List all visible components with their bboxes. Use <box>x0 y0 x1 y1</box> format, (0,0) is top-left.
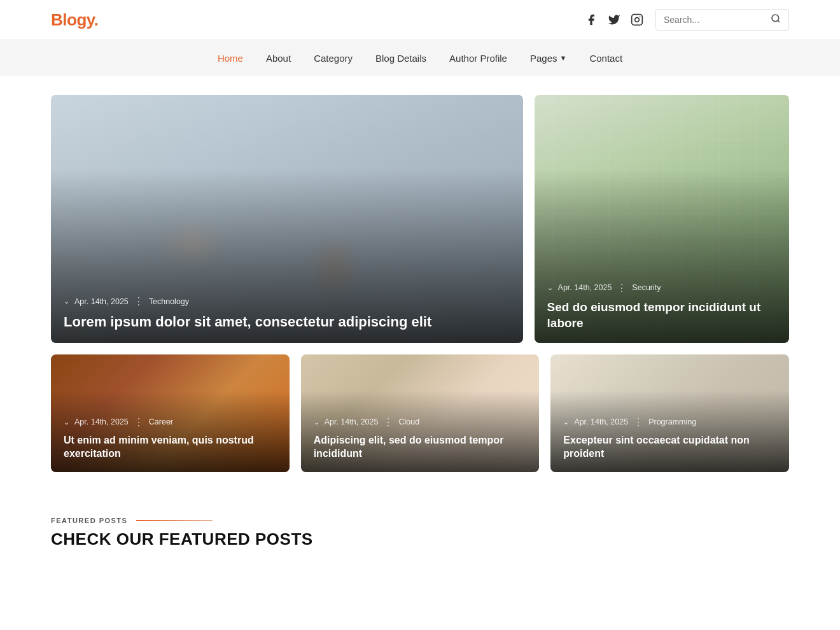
card-bottom-1-meta: ⌄ Apr. 14th, 2025 ⋮ Career <box>64 416 277 428</box>
navbar: Home About Category Blog Details Author … <box>0 40 840 76</box>
card-bottom-3-title: Excepteur sint occaecat cupidatat non pr… <box>563 433 776 461</box>
svg-point-2 <box>640 17 641 18</box>
chevron-down-icon: ⌄ <box>314 418 319 426</box>
dot-icon: ⋮ <box>633 416 643 428</box>
card-bottom-3-date: Apr. 14th, 2025 <box>574 417 628 426</box>
card-bottom-1-category: Career <box>149 417 173 426</box>
card-bottom-2-title: Adipiscing elit, sed do eiusmod tempor i… <box>314 433 527 461</box>
card-top-right[interactable]: ⌄ Apr. 14th, 2025 ⋮ Security Sed do eius… <box>535 95 789 343</box>
facebook-icon[interactable] <box>584 13 598 27</box>
svg-rect-0 <box>632 15 643 25</box>
header: Blogy. <box>0 0 840 40</box>
search-icon[interactable] <box>771 13 781 26</box>
card-large[interactable]: ⌄ Apr. 14th, 2025 ⋮ Technology Lorem ips… <box>51 95 523 343</box>
instagram-icon[interactable] <box>630 13 644 27</box>
main-content: ⌄ Apr. 14th, 2025 ⋮ Technology Lorem ips… <box>0 76 840 498</box>
nav-item-about[interactable]: About <box>266 50 291 66</box>
featured-label: FEATURED POSTS <box>51 517 789 524</box>
logo-dot: . <box>94 10 99 29</box>
chevron-down-icon: ⌄ <box>64 418 69 426</box>
logo[interactable]: Blogy. <box>51 10 99 30</box>
dot-icon: ⋮ <box>617 282 627 294</box>
svg-point-1 <box>635 18 640 22</box>
featured-section: FEATURED POSTS CHECK OUR FEATURED POSTS <box>0 498 840 562</box>
card-top-right-meta: ⌄ Apr. 14th, 2025 ⋮ Security <box>547 282 776 294</box>
card-bottom-1-overlay: ⌄ Apr. 14th, 2025 ⋮ Career Ut enim ad mi… <box>51 405 290 472</box>
card-bottom-2-date: Apr. 14th, 2025 <box>325 417 379 426</box>
card-large-meta: ⌄ Apr. 14th, 2025 ⋮ Technology <box>64 295 510 307</box>
card-bottom-1-title: Ut enim ad minim veniam, quis nostrud ex… <box>64 433 277 461</box>
card-bottom-2-category: Cloud <box>398 417 419 426</box>
card-large-date: Apr. 14th, 2025 <box>74 297 129 306</box>
card-bottom-1-date: Apr. 14th, 2025 <box>74 417 129 426</box>
card-bottom-2-meta: ⌄ Apr. 14th, 2025 ⋮ Cloud <box>314 416 527 428</box>
nav-item-contact[interactable]: Contact <box>589 50 622 66</box>
search-box <box>655 9 789 31</box>
nav-item-home[interactable]: Home <box>218 50 243 66</box>
card-large-title: Lorem ipsum dolor sit amet, consectetur … <box>64 312 510 332</box>
search-input[interactable] <box>664 15 766 25</box>
chevron-down-icon: ⌄ <box>64 297 69 305</box>
bottom-grid: ⌄ Apr. 14th, 2025 ⋮ Career Ut enim ad mi… <box>51 354 789 472</box>
nav-item-author-profile[interactable]: Author Profile <box>449 50 507 66</box>
card-bottom-1[interactable]: ⌄ Apr. 14th, 2025 ⋮ Career Ut enim ad mi… <box>51 354 290 472</box>
twitter-icon[interactable] <box>607 13 621 27</box>
dot-icon: ⋮ <box>134 416 144 428</box>
card-top-right-date: Apr. 14th, 2025 <box>558 283 612 292</box>
chevron-down-icon: ⌄ <box>547 284 553 292</box>
card-bottom-3-category: Programming <box>648 417 696 426</box>
card-large-overlay: ⌄ Apr. 14th, 2025 ⋮ Technology Lorem ips… <box>51 284 523 343</box>
card-bottom-2[interactable]: ⌄ Apr. 14th, 2025 ⋮ Cloud Adipiscing eli… <box>301 354 540 472</box>
card-top-right-category: Security <box>632 283 661 292</box>
pages-chevron-icon: ▼ <box>559 54 566 62</box>
header-right <box>584 9 789 31</box>
card-top-right-title: Sed do eiusmod tempor incididunt ut labo… <box>547 299 776 332</box>
card-bottom-2-overlay: ⌄ Apr. 14th, 2025 ⋮ Cloud Adipiscing eli… <box>301 405 540 472</box>
nav-item-category[interactable]: Category <box>314 50 353 66</box>
chevron-down-icon: ⌄ <box>563 418 569 426</box>
svg-point-3 <box>772 15 779 22</box>
svg-line-4 <box>778 20 780 22</box>
card-bottom-3-overlay: ⌄ Apr. 14th, 2025 ⋮ Programming Excepteu… <box>550 405 789 472</box>
card-bottom-3[interactable]: ⌄ Apr. 14th, 2025 ⋮ Programming Excepteu… <box>550 354 789 472</box>
logo-text: Blogy <box>51 10 94 29</box>
card-large-category: Technology <box>149 297 189 306</box>
social-icons <box>584 13 644 27</box>
card-top-right-overlay: ⌄ Apr. 14th, 2025 ⋮ Security Sed do eius… <box>535 270 789 343</box>
dot-icon: ⋮ <box>383 416 393 428</box>
nav-item-pages[interactable]: Pages ▼ <box>530 50 566 66</box>
dot-icon: ⋮ <box>134 295 144 307</box>
nav-item-blog-details[interactable]: Blog Details <box>375 50 426 66</box>
top-grid: ⌄ Apr. 14th, 2025 ⋮ Technology Lorem ips… <box>51 95 789 343</box>
featured-title: CHECK OUR FEATURED POSTS <box>51 529 789 549</box>
card-bottom-3-meta: ⌄ Apr. 14th, 2025 ⋮ Programming <box>563 416 776 428</box>
